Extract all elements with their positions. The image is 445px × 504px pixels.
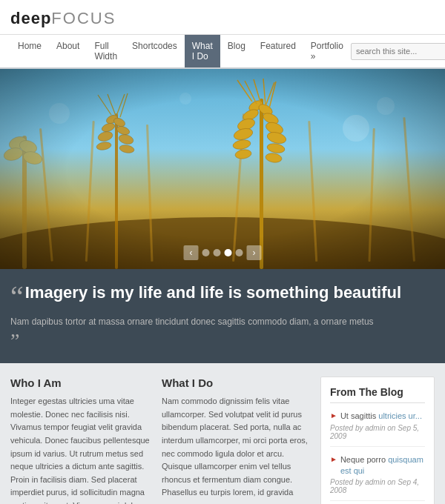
nav-item-about[interactable]: About xyxy=(49,35,87,67)
blog-item-2-meta: Posted by admin on Sep 4, 2008 xyxy=(330,478,425,494)
blog-item-2-prefix: Neque porro xyxy=(340,455,388,464)
slider-dot-4[interactable] xyxy=(236,249,243,256)
col-who-i-am: Who I Am Integer egestas ultricies uma v… xyxy=(10,377,151,504)
slider-prev-btn[interactable]: ‹ xyxy=(184,245,199,260)
logo-focus: FOCUS xyxy=(51,9,116,27)
quote-sub-text: Nam dapibus tortor at massa ornare tinci… xyxy=(10,312,435,329)
blog-item-1: ► Ut sagittis ultricies ur... Posted by … xyxy=(330,411,425,446)
blog-item-2-row: ► Neque porro quisquam est qui xyxy=(330,454,425,477)
svg-rect-50 xyxy=(0,69,445,269)
col-what-text: Nam commodo dignissim felis vitae ullamc… xyxy=(162,395,310,504)
nav-item-fullwidth[interactable]: Full Width xyxy=(87,35,125,67)
logo-deep: deep xyxy=(10,9,51,27)
slider-dot-3[interactable] xyxy=(225,249,232,256)
quote-band: “ Imagery is my life and life is somethi… xyxy=(0,269,445,363)
slider-dot-1[interactable] xyxy=(202,249,210,256)
blog-item-1-link: Ut sagittis ultricies ur... xyxy=(340,411,422,422)
col-from-the-blog: From The Blog ► Ut sagittis ultricies ur… xyxy=(320,377,435,504)
blog-item-1-linked[interactable]: ultricies ur... xyxy=(378,411,422,420)
header: deepFOCUS xyxy=(0,0,445,35)
hero-slider: ‹ › xyxy=(0,69,445,269)
nav-item-featured[interactable]: Featured xyxy=(253,35,303,67)
blog-item-1-prefix: Ut sagittis xyxy=(340,411,378,420)
col-what-i-do: What I Do Nam commodo dignissim felis vi… xyxy=(162,377,310,504)
nav-item-portfolio[interactable]: Portfolio » xyxy=(303,35,351,67)
slider-dot-2[interactable] xyxy=(214,249,221,256)
quote-open-mark: “ xyxy=(10,282,24,312)
logo: deepFOCUS xyxy=(10,9,435,28)
quote-close-mark: ” xyxy=(10,329,19,352)
col-what-title: What I Do xyxy=(162,377,310,389)
blog-arrow-icon-1: ► xyxy=(330,411,337,420)
blog-item-2-link: Neque porro quisquam est qui xyxy=(340,454,425,477)
search-input[interactable] xyxy=(356,47,445,56)
navigation: Home About Full Width Shortcodes What I … xyxy=(0,35,445,69)
quote-main-text: Imagery is my life and life is something… xyxy=(25,283,401,302)
blog-item-2: ► Neque porro quisquam est qui Posted by… xyxy=(330,454,425,502)
nav-item-blog[interactable]: Blog xyxy=(220,35,253,67)
slider-controls: ‹ › xyxy=(184,245,262,260)
nav-item-shortcodes[interactable]: Shortcodes xyxy=(125,35,185,67)
col-who-text: Integer egestas ultricies uma vitae mole… xyxy=(10,395,151,504)
slider-next-btn[interactable]: › xyxy=(247,245,262,260)
columns-section: Who I Am Integer egestas ultricies uma v… xyxy=(0,363,445,504)
nav-item-whatido[interactable]: What I Do xyxy=(185,35,220,67)
blog-item-1-meta: Posted by admin on Sep 5, 2009 xyxy=(330,424,425,440)
blog-item-1-row: ► Ut sagittis ultricies ur... xyxy=(330,411,425,422)
search-box: 🔍 xyxy=(351,43,445,60)
col-who-title: Who I Am xyxy=(10,377,151,389)
nav-item-home[interactable]: Home xyxy=(10,35,49,67)
hero-image xyxy=(0,69,445,269)
blog-title: From The Blog xyxy=(330,386,425,403)
blog-arrow-icon-2: ► xyxy=(330,455,337,463)
nav-links: Home About Full Width Shortcodes What I … xyxy=(10,35,351,67)
